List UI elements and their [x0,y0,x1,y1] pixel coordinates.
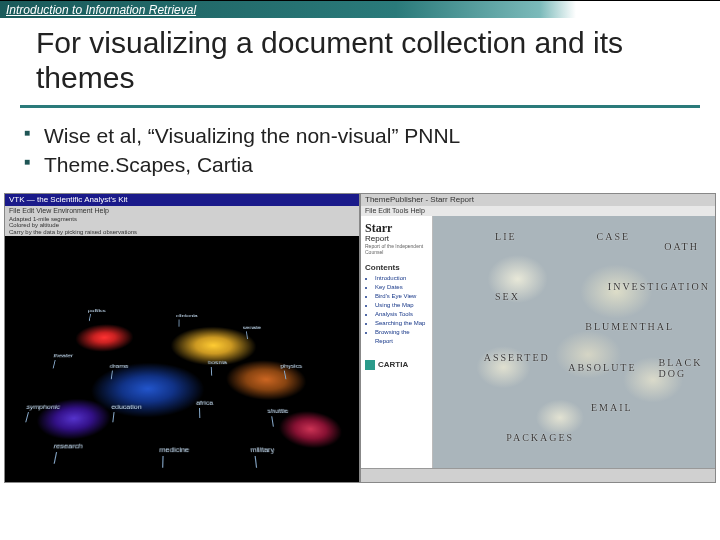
toc-item: Searching the Map [375,319,428,328]
bullet-list: Wise et al, “Visualizing the non-visual”… [0,108,720,179]
terrain-label: medicine [159,447,189,454]
starr-title-a: Starr [365,222,428,234]
figure-themescapes: VTK — the Scientific Analyst's Kit File … [4,193,360,483]
cartia-logo-icon [365,360,375,370]
fig1-subtext-line: Carry by the data by picking raised obse… [9,229,355,236]
toc-item: Introduction [375,274,428,283]
map-keyword: INVESTIGATION [608,281,710,292]
terrain-label: senate [243,325,262,329]
toc-item: Browsing the Report [375,328,428,346]
contents-heading: Contents [365,263,428,272]
toc-list: IntroductionKey DatesBird's Eye ViewUsin… [365,274,428,346]
fig1-menubar: File Edit View Environment Help [5,206,359,216]
header-breadcrumb: Introduction to Information Retrieval [0,0,720,18]
starr-subline: Report of the Independent Counsel [365,243,428,255]
fig1-terrain: politicsclintoniasenatetheaterdramabosni… [4,295,360,476]
toc-item: Bird's Eye View [375,292,428,301]
fig1-subtext: Adapted 1-mile segments Colored by altit… [5,216,359,236]
terrain-label: drama [110,363,129,368]
fig1-subtext-line: Adapted 1-mile segments [9,216,355,223]
fig2-window-title: ThemePublisher - Starr Report [361,194,715,206]
map-keyword: EMAIL [591,402,633,413]
terrain-label: clintonia [176,314,198,318]
bullet-item: Theme.Scapes, Cartia [44,151,700,178]
fig2-map: LIECASEOATHSEXINVESTIGATIONBLUMENTHALASS… [433,216,715,468]
terrain-label: physics [280,363,303,368]
terrain-label: military [250,447,275,454]
map-keyword: OATH [664,241,699,252]
figures-row: VTK — the Scientific Analyst's Kit File … [0,193,720,483]
terrain-label: shuttle [267,408,289,414]
map-keyword: BLUMENTHAL [585,321,674,332]
title-block: For visualizing a document collection an… [0,18,720,101]
terrain-label: theater [53,353,74,358]
toc-item: Key Dates [375,283,428,292]
starr-title-b: Report [365,234,428,243]
terrain-label: education [111,404,142,410]
map-keyword: SEX [495,291,520,302]
fig2-sidebar: Starr Report Report of the Independent C… [361,216,433,468]
fig2-menubar: File Edit Tools Help [361,206,715,216]
fig2-statusbar [361,468,715,482]
cartia-logo: CARTIA [365,360,428,370]
map-keyword: PACKAGES [506,432,574,443]
terrain-label: symphonic [26,404,61,410]
toc-item: Analysis Tools [375,310,428,319]
terrain-label: politics [88,308,106,312]
bullet-item: Wise et al, “Visualizing the non-visual”… [44,122,700,149]
fig2-content: Starr Report Report of the Independent C… [361,216,715,468]
cartia-logo-text: CARTIA [378,360,408,369]
terrain-label: research [53,442,83,449]
toc-item: Using the Map [375,301,428,310]
map-keyword: ASSERTED [484,352,550,363]
map-keyword: ABSOLUTE [568,362,636,373]
terrain-label: bosnia [208,360,227,365]
slide-title: For visualizing a document collection an… [36,26,720,95]
fig1-subtext-line: Colored by altitude [9,222,355,229]
figure-cartia: ThemePublisher - Starr Report File Edit … [360,193,716,483]
map-keyword: BLACK DOG [659,357,715,379]
map-keyword: CASE [597,231,631,242]
fig1-window-title: VTK — the Scientific Analyst's Kit [5,194,359,206]
terrain-label: africa [196,400,213,406]
map-keyword: LIE [495,231,517,242]
